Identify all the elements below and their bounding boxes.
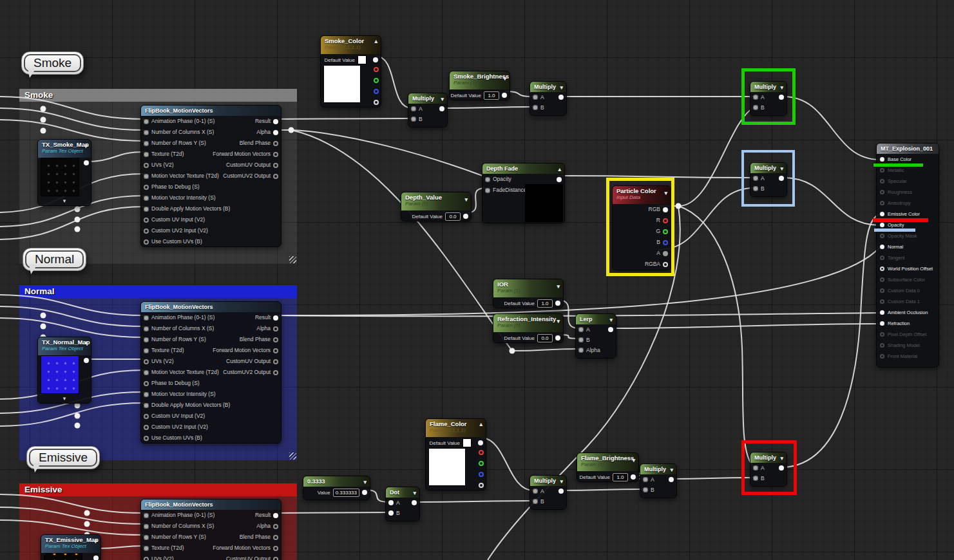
output-pin[interactable] [273, 513, 278, 518]
output-pin[interactable] [93, 555, 99, 560]
input-pin[interactable] [533, 489, 538, 494]
output-pin[interactable] [273, 130, 278, 135]
input-pin[interactable] [144, 381, 149, 386]
input-pin[interactable] [144, 337, 149, 342]
output-pin[interactable] [631, 474, 636, 480]
output-pin[interactable] [273, 557, 278, 560]
wire[interactable] [481, 438, 533, 490]
dropdown-icon[interactable]: ▾ [780, 82, 783, 93]
output-pin[interactable] [557, 177, 562, 182]
wire[interactable] [291, 130, 482, 176]
wire[interactable] [668, 478, 754, 479]
output-pin[interactable] [479, 483, 484, 488]
input-pin[interactable] [880, 343, 884, 348]
output-pin[interactable] [555, 335, 560, 341]
texture-param-node-tx-smoke-map[interactable]: TX_Smoke_MapParam Tex Object▴▾ [37, 139, 91, 206]
texture-param-node-tx-normal-map[interactable]: TX_Normal_MapParam Tex Object▴▾ [37, 337, 91, 404]
node-header[interactable]: TX_Emissive_MapParam Tex Object▴ [41, 535, 100, 553]
param-node-depth-value[interactable]: Depth_ValueParam (0)▾Default Value0.0 [401, 192, 472, 221]
node-header[interactable]: Particle ColorInput Data▾ [613, 186, 671, 204]
output-pin[interactable] [84, 358, 89, 363]
input-pin[interactable] [144, 425, 149, 430]
color-param-node-flame-color[interactable]: Flame_ColorParam (1,1,1,1)▴Default Value [425, 418, 486, 490]
node-header[interactable]: Multiply▾ [750, 453, 787, 463]
color-param-node-smoke-color[interactable]: Smoke_ColorParam (1,1,1,1)▴Default Value [320, 35, 381, 107]
node-header[interactable]: IORParam (1)▾ [493, 279, 563, 297]
value-input[interactable]: 1.0 [484, 91, 499, 100]
input-pin[interactable] [880, 332, 884, 337]
output-pin[interactable] [463, 214, 468, 219]
input-pin[interactable] [880, 310, 884, 315]
output-pin[interactable] [273, 326, 278, 331]
wire[interactable] [0, 108, 144, 130]
input-pin[interactable] [880, 223, 884, 227]
input-pin[interactable] [144, 315, 149, 321]
wire[interactable] [0, 120, 144, 141]
input-pin[interactable] [388, 510, 394, 516]
node-header[interactable]: MT_Explosion_001 [877, 144, 939, 154]
comment-bubble-emissive[interactable]: Emissive [26, 446, 100, 469]
input-pin[interactable] [144, 535, 149, 540]
output-pin[interactable] [555, 301, 560, 306]
output-pin[interactable] [663, 262, 668, 267]
output-pin[interactable] [273, 348, 278, 353]
input-pin[interactable] [144, 229, 149, 234]
input-pin[interactable] [880, 157, 884, 162]
input-pin[interactable] [144, 163, 149, 168]
input-pin[interactable] [533, 105, 538, 110]
op-node-multiply[interactable]: Multiply▾AB [750, 81, 787, 116]
input-pin[interactable] [144, 196, 149, 201]
wire[interactable] [0, 207, 144, 239]
wire-junction-dot[interactable] [75, 217, 81, 223]
input-pin[interactable] [880, 190, 884, 194]
collapse-icon[interactable]: ▴ [84, 339, 88, 346]
node-header[interactable]: Multiply▾ [530, 82, 566, 92]
wire-junction-dot[interactable] [41, 106, 46, 112]
input-pin[interactable] [753, 186, 758, 191]
expand-icon[interactable]: ▾ [38, 395, 91, 403]
node-header[interactable]: Flame_BrightnessParam (1)▾ [577, 453, 638, 471]
output-pin[interactable] [479, 472, 484, 477]
wire[interactable] [558, 489, 644, 490]
input-pin[interactable] [144, 513, 149, 518]
param-node-smoke-brightness[interactable]: Smoke_BrightnessParam (1)▾Default Value1… [449, 71, 510, 100]
wire[interactable] [658, 188, 754, 250]
output-pin[interactable] [273, 535, 278, 540]
input-pin[interactable] [144, 546, 149, 551]
input-pin[interactable] [144, 524, 149, 529]
output-pin[interactable] [779, 465, 784, 471]
dropdown-icon[interactable]: ▾ [609, 315, 613, 325]
input-pin[interactable] [144, 130, 149, 135]
input-pin[interactable] [880, 245, 884, 249]
input-pin[interactable] [411, 106, 416, 111]
output-pin[interactable] [663, 218, 668, 223]
collapse-icon[interactable]: ▴ [94, 537, 97, 543]
input-pin[interactable] [144, 218, 149, 223]
wire[interactable] [276, 247, 880, 315]
input-pin[interactable] [144, 436, 149, 441]
wire[interactable] [0, 97, 144, 119]
output-pin[interactable] [362, 490, 367, 495]
op-node-multiply[interactable]: Multiply▾AB [529, 81, 567, 116]
output-pin[interactable] [374, 89, 379, 94]
node-header[interactable]: Dot▾ [386, 487, 419, 498]
output-pin[interactable] [479, 450, 484, 455]
output-pin[interactable] [273, 119, 278, 124]
wire-junction-dot[interactable] [41, 324, 46, 330]
input-pin[interactable] [880, 212, 884, 216]
flipbook-motionvectors-node[interactable]: FlipBook_MotionVectorsAnimation Phase (0… [140, 105, 281, 247]
wire-junction-dot[interactable] [84, 521, 90, 527]
dropdown-icon[interactable]: ▾ [557, 283, 560, 290]
op-node-multiply[interactable]: Multiply▾AB [750, 452, 787, 487]
node-header[interactable]: Multiply▾ [640, 464, 676, 474]
input-pin[interactable] [880, 266, 884, 271]
output-pin[interactable] [663, 207, 668, 212]
node-header[interactable]: Smoke_BrightnessParam (1)▾ [450, 71, 510, 89]
node-header[interactable]: FlipBook_MotionVectors [141, 106, 281, 116]
output-pin[interactable] [779, 95, 784, 100]
output-pin[interactable] [273, 546, 278, 551]
wire[interactable] [608, 324, 880, 328]
collapse-icon[interactable]: ▴ [479, 421, 482, 427]
color-swatch[interactable] [463, 438, 472, 447]
wire[interactable] [0, 295, 144, 315]
